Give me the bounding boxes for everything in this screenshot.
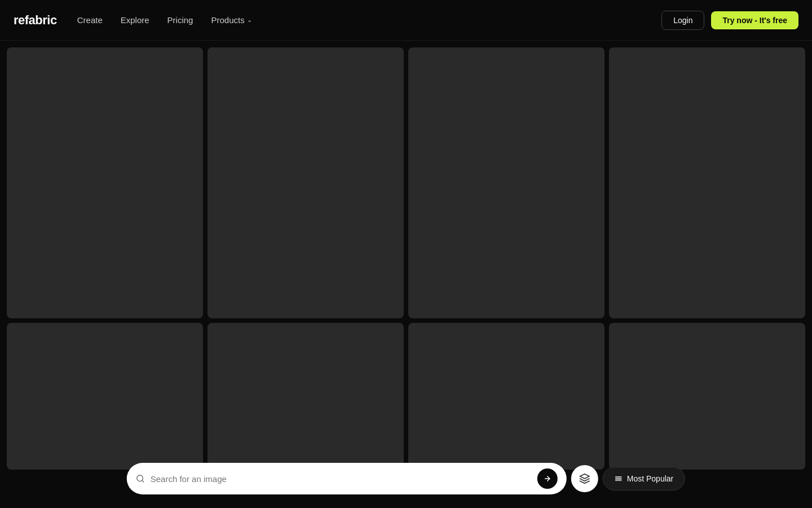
nav-link-products[interactable]: Products ⌄ (211, 15, 251, 25)
bottom-search-bar: Most Popular (127, 463, 685, 494)
search-submit-button[interactable] (537, 468, 558, 489)
logo[interactable]: refabric (14, 13, 57, 28)
nav-links: Create Explore Pricing Products ⌄ (77, 15, 252, 25)
nav-link-explore[interactable]: Explore (121, 15, 149, 25)
nav-left: refabric Create Explore Pricing Products… (14, 13, 252, 28)
search-input[interactable] (151, 474, 532, 484)
image-card-4[interactable] (609, 47, 805, 318)
search-container (127, 463, 567, 494)
search-icon (136, 474, 145, 483)
image-card-5[interactable] (7, 323, 203, 470)
try-now-button[interactable]: Try now - It's free (711, 11, 798, 29)
image-card-3[interactable] (408, 47, 604, 318)
image-card-8[interactable] (609, 323, 805, 470)
nav-link-create[interactable]: Create (77, 15, 103, 25)
navbar: refabric Create Explore Pricing Products… (0, 0, 812, 41)
stack-icon-button[interactable] (571, 465, 598, 492)
image-card-7[interactable] (408, 323, 604, 470)
most-popular-button[interactable]: Most Popular (603, 467, 685, 491)
chevron-down-icon: ⌄ (247, 16, 252, 24)
nav-link-pricing[interactable]: Pricing (167, 15, 193, 25)
image-card-6[interactable] (208, 323, 404, 470)
nav-right: Login Try now - It's free (661, 11, 798, 30)
login-button[interactable]: Login (661, 11, 704, 30)
most-popular-label: Most Popular (627, 474, 673, 483)
image-card-1[interactable] (7, 47, 203, 318)
svg-marker-3 (580, 474, 589, 479)
image-grid (0, 41, 812, 476)
image-card-2[interactable] (208, 47, 404, 318)
svg-line-1 (142, 480, 144, 482)
